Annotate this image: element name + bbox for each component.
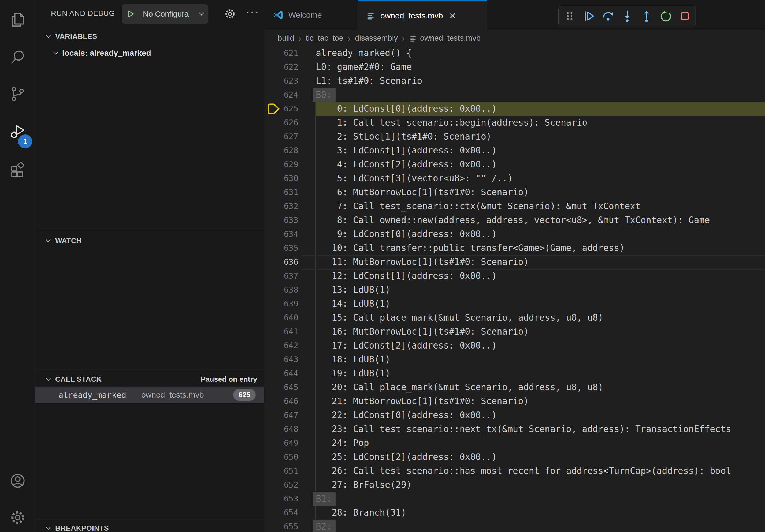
start-debug-icon[interactable] — [122, 4, 139, 24]
code-text: 25: LdConst[2](address: 0x00..) — [316, 452, 497, 462]
activity-bar: 1 — [0, 0, 35, 532]
breadcrumb-separator: › — [348, 33, 351, 43]
close-icon[interactable]: × — [449, 10, 456, 21]
stop-icon[interactable] — [679, 10, 691, 22]
debug-current-line-icon — [268, 103, 280, 117]
code-text: 7: Call test_scenario::ctx(&mut Scenario… — [316, 201, 641, 211]
line-number: 650 — [264, 450, 298, 464]
explorer-icon[interactable] — [0, 5, 35, 35]
code-text: 3: LdConst[1](address: 0x00..) — [316, 145, 497, 155]
restart-icon[interactable] — [659, 10, 672, 22]
step-out-icon[interactable] — [640, 10, 653, 22]
variables-label: VARIABLES — [55, 32, 97, 41]
line-number: 648 — [264, 422, 298, 436]
line-number: 626 — [264, 116, 298, 130]
breadcrumb-item[interactable]: build — [278, 34, 294, 43]
code-line: 622 L0: game#2#0: Game — [264, 60, 765, 74]
line-number: 655 — [264, 520, 298, 532]
account-icon[interactable] — [0, 466, 35, 496]
line-number: 646 — [264, 394, 298, 408]
settings-gear-icon[interactable] — [0, 503, 35, 532]
code-text: 22: LdConst[0](address: 0x00..) — [316, 410, 497, 420]
code-line: 625 0: LdConst[0](address: 0x00..) — [264, 102, 765, 116]
debug-configuration-dropdown[interactable]: No Configura — [122, 4, 208, 24]
code-text: 19: LdU8(1) — [316, 368, 390, 379]
locals-tree-item[interactable]: locals: already_marked — [53, 46, 151, 60]
line-number: 622 — [264, 60, 298, 74]
code-line: 627 2: StLoc[1](ts#1#0: Scenario) — [264, 130, 765, 143]
code-text: 5: LdConst[3](vector<u8>: "" /..) — [316, 173, 513, 183]
section-divider — [36, 519, 264, 519]
line-number: 627 — [264, 130, 298, 143]
breakpoints-label: BREAKPOINTS — [55, 524, 109, 532]
code-line: 639 14: LdU8(1) — [264, 297, 765, 311]
disassembly-file-icon — [409, 34, 417, 42]
breadcrumb-item[interactable]: disassembly — [355, 34, 398, 43]
breadcrumb-file[interactable]: owned_tests.mvb — [409, 34, 480, 43]
breadcrumb: build › tic_tac_toe › disassembly › owne… — [264, 30, 765, 46]
code-text: 8: Call owned::new(address, address, vec… — [316, 215, 710, 225]
step-over-icon[interactable] — [602, 10, 614, 22]
watch-section-header[interactable]: WATCH — [45, 234, 82, 247]
code-text: already_marked() { — [316, 48, 412, 58]
line-number: 641 — [264, 325, 298, 339]
code-line: 646 21: MutBorrowLoc[1](ts#1#0: Scenario… — [264, 394, 765, 408]
code-text: 6: MutBorrowLoc[1](ts#1#0: Scenario) — [316, 187, 529, 197]
variables-section-header[interactable]: VARIABLES — [45, 30, 97, 43]
code-text: 18: LdU8(1) — [316, 354, 390, 365]
line-number: 634 — [264, 227, 298, 241]
frame-file: owned_tests.mvb — [141, 390, 204, 399]
code-line: 633 8: Call owned::new(address, address,… — [264, 213, 765, 227]
breadcrumb-separator: › — [402, 33, 405, 43]
more-actions-icon[interactable]: ··· — [242, 2, 263, 22]
line-number: 621 — [264, 46, 298, 60]
chevron-down-icon — [45, 33, 51, 40]
chevron-down-icon — [45, 376, 51, 383]
line-number: 647 — [264, 408, 298, 422]
call-stack-frame-row[interactable]: already_marked owned_tests.mvb 625 — [35, 387, 264, 403]
code-line: 632 7: Call test_scenario::ctx(&mut Scen… — [264, 199, 765, 213]
line-number: 630 — [264, 171, 298, 185]
code-area[interactable]: 621 already_marked() { 622 L0: game#2#0:… — [264, 46, 765, 532]
run-and-debug-icon[interactable]: 1 — [0, 117, 35, 146]
code-text: 0: LdConst[0](address: 0x00..) — [316, 104, 497, 114]
code-text: 9: LdConst[0](address: 0x00..) — [316, 229, 497, 239]
line-number: 632 — [264, 199, 298, 213]
search-icon[interactable] — [0, 43, 35, 72]
debug-badge: 1 — [18, 134, 32, 148]
code-text: 16: MutBorrowLoc[1](ts#1#0: Scenario) — [316, 326, 529, 337]
code-line: 649 24: Pop — [264, 436, 765, 450]
code-line: 621 already_marked() { — [264, 46, 765, 60]
frame-name: already_marked — [58, 390, 126, 400]
breadcrumb-separator: › — [298, 33, 301, 43]
code-text: 24: Pop — [316, 438, 369, 448]
code-line: 653 B1: — [264, 492, 765, 506]
line-number: 653 — [264, 492, 298, 506]
code-line: 650 25: LdConst[2](address: 0x00..) — [264, 450, 765, 464]
breakpoints-section-header[interactable]: BREAKPOINTS — [45, 522, 109, 532]
code-text: 1: Call test_scenario::begin(address): S… — [316, 117, 587, 128]
tab-owned-tests[interactable]: owned_tests.mvb × — [358, 0, 487, 30]
watch-label: WATCH — [55, 237, 82, 245]
code-text: 21: MutBorrowLoc[1](ts#1#0: Scenario) — [316, 396, 529, 406]
source-control-icon[interactable] — [0, 79, 35, 109]
code-line: 654 28: Branch(31) — [264, 506, 765, 520]
step-into-icon[interactable] — [621, 10, 633, 22]
line-number: 654 — [264, 506, 298, 520]
line-number: 636 — [264, 255, 298, 269]
extensions-icon[interactable] — [0, 154, 35, 184]
code-line: 624 B0: — [264, 88, 765, 102]
code-line: 644 19: LdU8(1) — [264, 367, 765, 381]
breadcrumb-item[interactable]: tic_tac_toe — [306, 34, 344, 43]
drag-handle[interactable] — [563, 10, 576, 22]
tab-welcome[interactable]: Welcome — [264, 0, 358, 30]
code-text: 11: MutBorrowLoc[1](ts#1#0: Scenario) — [316, 257, 529, 267]
code-line: 626 1: Call test_scenario::begin(address… — [264, 116, 765, 130]
code-line: 651 26: Call test_scenario::has_most_rec… — [264, 464, 765, 478]
gear-icon[interactable] — [220, 4, 240, 24]
code-line: 635 10: Call transfer::public_transfer<G… — [264, 241, 765, 255]
continue-icon[interactable] — [583, 10, 595, 22]
code-text: 4: LdConst[2](address: 0x00..) — [316, 159, 497, 169]
call-stack-section-header[interactable]: CALL STACK — [45, 373, 102, 386]
breadcrumb-file-label: owned_tests.mvb — [420, 34, 480, 43]
